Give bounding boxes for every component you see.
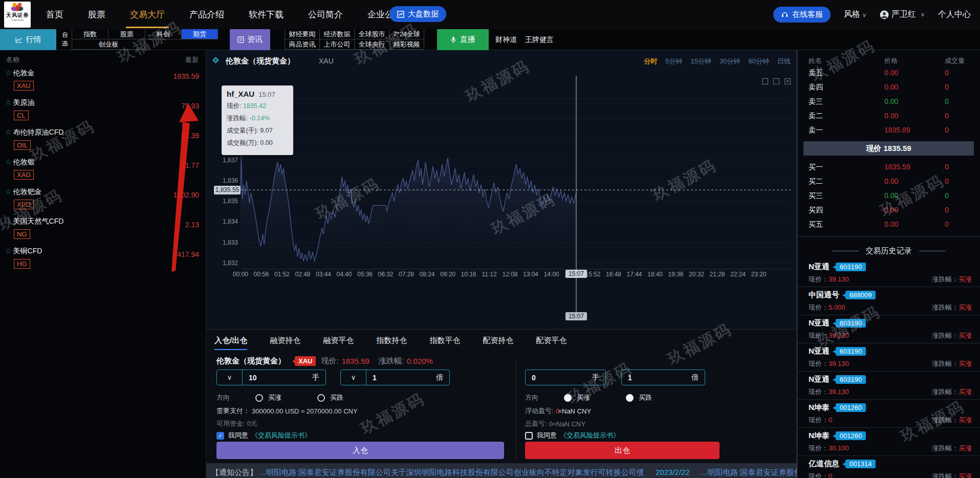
close-qty-value: 0: [526, 374, 592, 382]
open-buy-down-radio[interactable]: [317, 394, 325, 402]
star-icon[interactable]: ☆: [5, 128, 12, 136]
tab-指数[interactable]: 指数: [72, 29, 108, 39]
style-dropdown[interactable]: 风格∨: [844, 9, 866, 20]
history-item[interactable]: 亿道信息001314现价：0涨跌幅：买涨: [797, 456, 980, 478]
history-price-label: 现价：: [809, 360, 829, 367]
live-button[interactable]: 直播: [437, 29, 489, 50]
close-qty-input[interactable]: 0 手: [525, 370, 606, 385]
history-item[interactable]: N亚通603190现价：39.130涨跌幅：买涨: [797, 315, 980, 343]
close-agree-checkbox[interactable]: [525, 432, 533, 440]
history-item[interactable]: N亚通603190现价：39.130涨跌幅：买涨: [797, 259, 980, 287]
caishendao-link[interactable]: 财神道: [495, 29, 517, 50]
trade-tab-指数持仓[interactable]: 指数持仓: [376, 336, 407, 350]
trade-tab-配资平仓[interactable]: 配资平仓: [536, 336, 567, 350]
order-book-volume: 0: [945, 188, 980, 203]
wangpai-link[interactable]: 王牌健言: [525, 29, 554, 50]
star-icon[interactable]: ☆: [5, 247, 12, 255]
history-item-name: 亿道信息001314: [809, 459, 972, 469]
history-item[interactable]: N亚通603190现价：39.130涨跌幅：买涨: [797, 343, 980, 372]
open-position-button[interactable]: 入仓: [216, 442, 504, 459]
trade-instrument-code-badge: XAU: [295, 356, 316, 366]
trade-tab-融资持仓[interactable]: 融资持仓: [270, 336, 300, 350]
watchlist-item-CL[interactable]: ☆美原油CL75.93: [0, 96, 206, 126]
news-label: 资讯: [247, 35, 263, 45]
watchlist-item-XAU[interactable]: ☆伦敦金XAU1835.59: [0, 67, 206, 96]
close-leverage-input[interactable]: 1 倍: [621, 370, 705, 385]
history-change-value: 买涨: [959, 416, 972, 424]
tab-期货[interactable]: 期货: [182, 29, 218, 39]
star-icon[interactable]: ☆: [5, 98, 12, 106]
trade-tab-配资持仓[interactable]: 配资持仓: [483, 336, 513, 350]
x-tick-label: 07:28: [399, 271, 414, 278]
tab-股票[interactable]: 股票: [108, 29, 145, 39]
star-icon[interactable]: ☆: [5, 187, 12, 195]
nav-item-产品介绍[interactable]: 产品介绍: [188, 0, 225, 29]
trade-tab-融资平仓[interactable]: 融资平仓: [323, 336, 354, 350]
top-right-group: 在线客服 风格∨ 严卫红∨ 个人中心: [773, 0, 971, 29]
tab-商品资讯[interactable]: 商品资讯: [285, 39, 320, 50]
price-line-chart[interactable]: [206, 50, 797, 329]
watchlist-item-XPD[interactable]: ☆伦敦钯金XPD1502.90: [0, 185, 206, 215]
tab-上市公司[interactable]: 上市公司: [320, 39, 355, 50]
x-tick-label: 00:00: [233, 271, 248, 278]
brand-logo[interactable]: 天风证券 TF SECURITIES: [4, 2, 31, 28]
watchlist-item-NG[interactable]: ☆美国天然气CFDNG2.13: [0, 215, 206, 245]
market-data-button[interactable]: 大盘数据: [389, 6, 446, 22]
nav-item-交易大厅[interactable]: 交易大厅: [129, 0, 166, 29]
nav-item-首页[interactable]: 首页: [45, 0, 64, 29]
open-leverage-input[interactable]: ∨ 1 倍: [340, 370, 450, 385]
tab-经济数据[interactable]: 经济数据: [320, 29, 355, 39]
open-qty-input[interactable]: ∨ 10 手: [216, 370, 326, 385]
watchlist-item-HG[interactable]: ☆美铜CFDHG417.94: [0, 245, 206, 274]
tab-全球股市[interactable]: 全球股市: [355, 29, 389, 39]
open-risk-agreement-link[interactable]: 《交易风险提示书》: [251, 431, 311, 440]
tab-全球央行[interactable]: 全球央行: [355, 39, 389, 50]
watchlist-code-badge: NG: [14, 229, 30, 239]
star-icon[interactable]: ☆: [5, 217, 12, 225]
history-item-name: N坤泰001260: [809, 403, 972, 412]
tab-科创[interactable]: 科创: [145, 29, 182, 39]
trade-price-label: 现价:: [321, 356, 338, 366]
close-buy-up-radio[interactable]: [564, 394, 572, 402]
open-buy-up-radio[interactable]: [255, 394, 263, 402]
history-stock-name: N亚通: [809, 375, 830, 384]
user-menu[interactable]: 严卫红∨: [880, 9, 925, 20]
watchlist-item-XAG[interactable]: ☆伦敦银XAG21.77: [0, 156, 206, 185]
trade-tab-入仓/出仓[interactable]: 入仓/出仓: [214, 336, 247, 350]
tab-7*24全球[interactable]: 7*24全球: [389, 29, 424, 39]
history-item[interactable]: N坤泰001260现价：0涨跌幅：买涨: [797, 400, 980, 428]
open-agree-checkbox[interactable]: ✓: [216, 432, 224, 440]
microphone-icon: [450, 36, 456, 44]
tab-创业板[interactable]: 创业板: [72, 39, 145, 50]
history-item[interactable]: N亚通603190现价：39.130涨跌幅：买涨: [797, 372, 980, 400]
qty-dropdown-icon[interactable]: ∨: [217, 370, 243, 385]
close-risk-agreement-link[interactable]: 《交易风险提示书》: [560, 431, 620, 440]
order-book-level: 买四: [809, 203, 884, 217]
tab-精彩视频[interactable]: 精彩视频: [389, 39, 424, 50]
order-book-row: 卖四0.000: [797, 80, 980, 94]
star-icon[interactable]: ☆: [5, 158, 12, 166]
history-item[interactable]: 中国通号688009现价：5.000涨跌幅：买涨: [797, 287, 980, 315]
news-button[interactable]: 资讯: [230, 29, 270, 50]
leverage-dropdown-icon[interactable]: ∨: [341, 370, 366, 385]
watchlist-item-OIL[interactable]: ☆布伦特原油CFDOIL82.39: [0, 126, 206, 156]
caishendao-label: 财神道: [495, 35, 517, 45]
x-tick-label: 06:32: [378, 271, 393, 278]
quotes-button[interactable]: 行情: [0, 29, 56, 50]
history-item[interactable]: N坤泰001260现价：30.100涨跌幅：买涨: [797, 428, 980, 456]
nav-item-软件下载[interactable]: 软件下载: [248, 0, 285, 29]
online-service-button[interactable]: 在线客服: [773, 7, 831, 23]
close-position-button[interactable]: 出仓: [525, 442, 720, 459]
tab-财经要闻[interactable]: 财经要闻: [285, 29, 320, 39]
trade-tab-指数平仓[interactable]: 指数平仓: [429, 336, 460, 350]
close-buy-down-radio[interactable]: [626, 394, 634, 402]
nav-item-公司简介[interactable]: 公司简介: [307, 0, 344, 29]
x-tick-label: 08:24: [419, 271, 434, 278]
nav-item-股票[interactable]: 股票: [87, 0, 106, 29]
personal-center-link[interactable]: 个人中心: [938, 9, 971, 20]
watchlist-code-badge: XAG: [14, 170, 34, 180]
order-book-row: 卖一1835.890: [797, 123, 980, 137]
star-icon[interactable]: ☆: [5, 69, 12, 77]
watchlist-name-text: 伦敦钯金: [13, 187, 42, 195]
tab-watchlist[interactable]: 自选: [59, 31, 71, 48]
